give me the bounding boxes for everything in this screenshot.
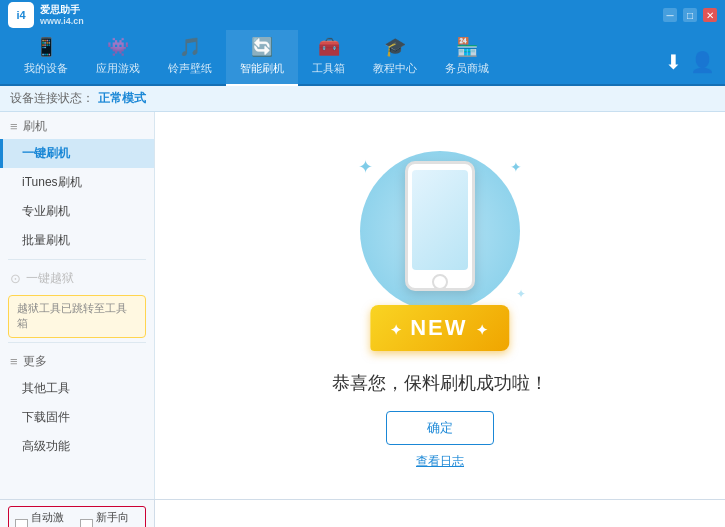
phone-body	[405, 161, 475, 291]
title-bar-right: ─ □ ✕	[663, 8, 717, 22]
guide-label[interactable]: 新手向导	[80, 510, 139, 527]
nav-smart-flash[interactable]: 🔄 智能刷机	[226, 30, 298, 86]
logo-text: 爱思助手 www.i4.cn	[40, 4, 84, 27]
tutorials-icon: 🎓	[384, 36, 406, 58]
jailbreak-notice: 越狱工具已跳转至工具箱	[8, 295, 146, 338]
bottom-section: 自动激活 新手向导 📱 iPhone 15 Pro Max 512GB iPho…	[0, 499, 725, 527]
window-controls[interactable]: ─ □ ✕	[663, 8, 717, 22]
sidebar-item-other-tools[interactable]: 其他工具	[0, 374, 154, 403]
status-label: 设备连接状态：	[10, 90, 94, 107]
status-value: 正常模式	[98, 90, 146, 107]
nav-ringtones[interactable]: 🎵 铃声壁纸	[154, 30, 226, 86]
service-icon: 🏪	[456, 36, 478, 58]
sidebar-divider-2	[8, 342, 146, 343]
flash-section-icon: ≡	[10, 119, 18, 134]
sidebar-item-batch[interactable]: 批量刷机	[0, 226, 154, 255]
toolbox-icon: 🧰	[318, 36, 340, 58]
phone-screen	[412, 170, 468, 270]
bottom-right	[155, 500, 725, 527]
sidebar-item-advanced[interactable]: 高级功能	[0, 432, 154, 461]
logo-icon: i4	[8, 2, 34, 28]
sidebar-item-itunes[interactable]: iTunes刷机	[0, 168, 154, 197]
apps-games-icon: 👾	[107, 36, 129, 58]
app-logo: i4 爱思助手 www.i4.cn	[8, 2, 84, 28]
jailbreak-section-icon: ⊙	[10, 271, 21, 286]
main-layout: ≡ 刷机 一键刷机 iTunes刷机 专业刷机 批量刷机 ⊙ 一键越狱 越狱工具…	[0, 112, 725, 499]
user-icon[interactable]: 👤	[690, 50, 715, 74]
my-device-icon: 📱	[35, 36, 57, 58]
nav-bar: 📱 我的设备 👾 应用游戏 🎵 铃声壁纸 🔄 智能刷机 🧰 工具箱 🎓 教程中心…	[0, 30, 725, 86]
sidebar-section-flash: ≡ 刷机	[0, 112, 154, 139]
guide-checkbox[interactable]	[80, 519, 93, 528]
smart-flash-icon: 🔄	[251, 36, 273, 58]
sidebar: ≡ 刷机 一键刷机 iTunes刷机 专业刷机 批量刷机 ⊙ 一键越狱 越狱工具…	[0, 112, 155, 499]
sidebar-item-pro[interactable]: 专业刷机	[0, 197, 154, 226]
auto-activate-checkbox[interactable]	[15, 519, 28, 528]
phone-home-button	[432, 274, 448, 290]
nav-service[interactable]: 🏪 务员商城	[431, 30, 503, 86]
close-btn[interactable]: ✕	[703, 8, 717, 22]
sidebar-section-more: ≡ 更多	[0, 347, 154, 374]
sparkle-br-icon: ✦	[516, 287, 526, 301]
more-section-icon: ≡	[10, 354, 18, 369]
new-badge: NEW	[370, 305, 509, 351]
download-icon[interactable]: ⬇	[665, 50, 682, 74]
sidebar-divider-1	[8, 259, 146, 260]
sidebar-item-one-click[interactable]: 一键刷机	[0, 139, 154, 168]
nav-my-device[interactable]: 📱 我的设备	[10, 30, 82, 86]
ringtones-icon: 🎵	[179, 36, 201, 58]
nav-apps-games[interactable]: 👾 应用游戏	[82, 30, 154, 86]
nav-toolbox[interactable]: 🧰 工具箱	[298, 30, 359, 86]
checkbox-group: 自动激活 新手向导	[8, 506, 146, 527]
bottom-left: 自动激活 新手向导 📱 iPhone 15 Pro Max 512GB iPho…	[0, 500, 155, 527]
title-bar: i4 爱思助手 www.i4.cn ─ □ ✕	[0, 0, 725, 30]
sidebar-item-download-fw[interactable]: 下载固件	[0, 403, 154, 432]
phone-illustration: ✦ ✦ ✦ NEW	[340, 141, 540, 351]
confirm-button[interactable]: 确定	[386, 411, 494, 445]
content-area: ✦ ✦ ✦ NEW 恭喜您，保料刷机成功啦！ 确定 查看日志	[155, 112, 725, 499]
nav-tutorials[interactable]: 🎓 教程中心	[359, 30, 431, 86]
log-link[interactable]: 查看日志	[416, 453, 464, 470]
maximize-btn[interactable]: □	[683, 8, 697, 22]
sparkle-tl-icon: ✦	[358, 156, 373, 178]
status-bar: 设备连接状态： 正常模式	[0, 86, 725, 112]
auto-activate-label[interactable]: 自动激活	[15, 510, 74, 527]
sparkle-tr-icon: ✦	[510, 159, 522, 175]
sidebar-section-jailbreak: ⊙ 一键越狱	[0, 264, 154, 291]
success-message: 恭喜您，保料刷机成功啦！	[332, 371, 548, 395]
minimize-btn[interactable]: ─	[663, 8, 677, 22]
